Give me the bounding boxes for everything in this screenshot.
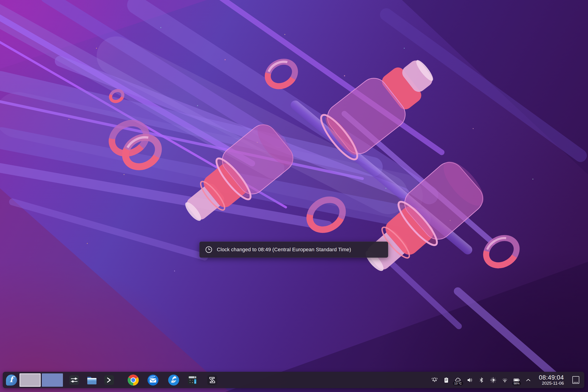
night-light-icon[interactable] xyxy=(490,376,496,384)
falkon-browser-icon[interactable] xyxy=(168,374,180,386)
system-settings-icon[interactable] xyxy=(69,375,80,385)
notification-toast[interactable]: Clock changed to 08:49 (Central European… xyxy=(199,242,388,258)
svg-text:×: × xyxy=(192,381,193,384)
wifi-icon[interactable] xyxy=(502,376,508,384)
virtual-desktop-pager xyxy=(20,374,63,387)
zed-editor-icon[interactable] xyxy=(207,374,218,386)
weather-temperature-badge: 13 °C xyxy=(453,382,463,385)
bluetooth-icon[interactable] xyxy=(478,376,485,384)
notifications-icon[interactable] xyxy=(431,376,438,384)
file-manager-icon[interactable] xyxy=(86,374,98,386)
desktop: Clock changed to 08:49 (Central European… xyxy=(0,0,588,392)
digital-clock[interactable]: 08:49:04 2025-11-06 xyxy=(539,374,564,386)
calculator-icon[interactable]: 0 = + − ÷ × xyxy=(188,375,198,385)
wallpaper-art xyxy=(0,0,588,392)
terminal-icon[interactable] xyxy=(104,375,114,385)
clock-icon xyxy=(205,246,213,254)
calc-display: 0 xyxy=(194,376,195,378)
svg-text:+: + xyxy=(190,379,191,381)
svg-text:÷: ÷ xyxy=(190,381,191,384)
toast-message: Clock changed to 08:49 (Central European… xyxy=(217,247,351,252)
svg-text:−: − xyxy=(192,379,193,381)
clock-date: 2025-11-06 xyxy=(539,381,564,386)
chrome-browser-icon[interactable] xyxy=(127,374,139,386)
clipboard-icon[interactable] xyxy=(443,376,450,384)
volume-icon[interactable] xyxy=(466,376,473,384)
battery-percent-badge: 98% xyxy=(512,382,521,385)
virtual-desktop-2[interactable] xyxy=(42,374,63,387)
taskbar-panel: f xyxy=(3,372,584,388)
weather-icon[interactable]: 13 °C xyxy=(454,376,462,384)
svg-text:=: = xyxy=(194,381,196,383)
virtual-desktop-1[interactable] xyxy=(20,374,41,387)
show-desktop-button[interactable] xyxy=(572,376,579,384)
expand-tray-chevron-icon[interactable] xyxy=(525,376,532,384)
clock-time: 08:49:04 xyxy=(539,374,564,381)
app-launcher-fedora[interactable]: f xyxy=(6,374,17,386)
fedora-logo-icon: f xyxy=(10,376,13,383)
thunderbird-mail-icon[interactable] xyxy=(147,374,159,386)
battery-icon[interactable]: 98% xyxy=(513,376,520,384)
